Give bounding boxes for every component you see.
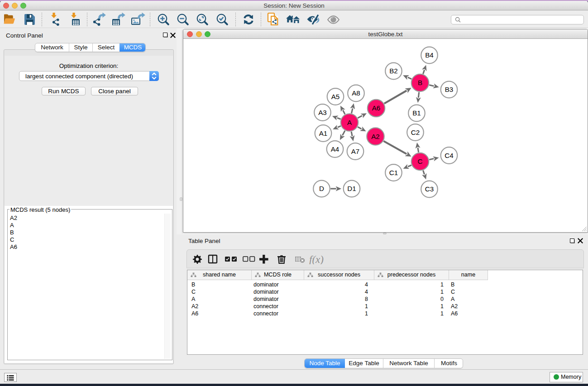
svg-text:B2: B2 [389,67,398,75]
svg-text:A8: A8 [352,89,360,97]
svg-text:B: B [418,79,422,86]
svg-text:A4: A4 [331,145,339,153]
svg-text:A: A [347,119,352,126]
svg-text:D: D [319,185,324,192]
svg-text:A7: A7 [351,148,360,155]
svg-text:A1: A1 [319,129,328,137]
svg-text:C1: C1 [389,169,398,176]
svg-text:B1: B1 [412,109,421,117]
svg-text:A6: A6 [372,104,381,112]
svg-text:C3: C3 [425,185,434,193]
svg-text:C4: C4 [445,152,453,159]
svg-text:C: C [418,157,423,165]
svg-text:B4: B4 [425,51,434,59]
svg-text:f(x): f(x) [309,254,324,264]
svg-text:D1: D1 [347,185,356,192]
svg-text:A3: A3 [318,109,327,116]
svg-text:A2: A2 [371,133,380,140]
svg-text:C2: C2 [411,129,420,136]
svg-text:B3: B3 [445,86,454,93]
svg-text:A5: A5 [331,93,340,100]
